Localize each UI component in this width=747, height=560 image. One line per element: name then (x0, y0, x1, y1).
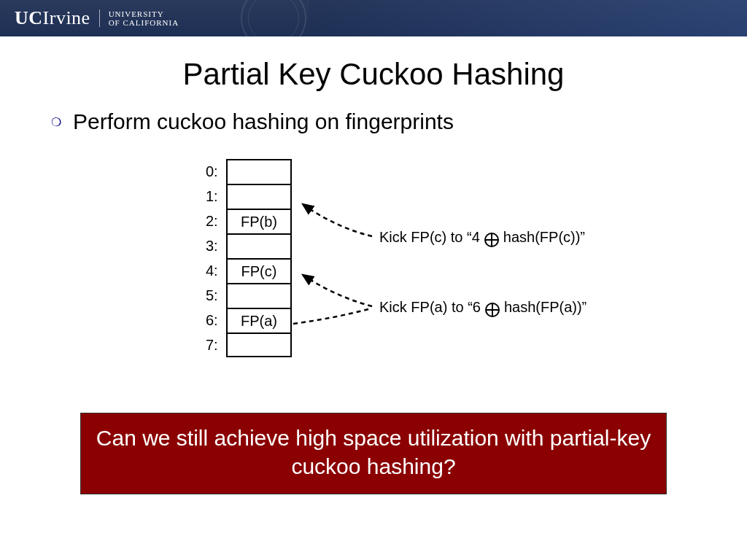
hash-table: 0: 1: 2:FP(b) 3: 4:FP(c) 5: 6:FP(a) 7: (206, 159, 292, 357)
cell (226, 283, 292, 308)
kick-arrows (0, 155, 747, 381)
university-seal-icon (241, 0, 306, 36)
annotation-kick-a: Kick FP(a) to “6 hash(FP(a))” (379, 299, 587, 316)
uni-line-2: OF CALIFORNIA (109, 18, 179, 27)
row-label: 6: (206, 312, 226, 329)
cell: FP(a) (226, 308, 292, 332)
cell (226, 159, 292, 184)
xor-icon (484, 233, 499, 247)
uci-logo: UCIrvine (15, 7, 90, 29)
table-row: 2:FP(b) (206, 209, 292, 233)
row-label: 3: (206, 238, 226, 254)
table-row: 4:FP(c) (206, 258, 292, 283)
header-banner: UCIrvine UNIVERSITY OF CALIFORNIA (0, 0, 747, 36)
annotation-kick-c: Kick FP(c) to “4 hash(FP(c))” (379, 229, 585, 246)
cell: FP(b) (226, 209, 292, 233)
annot-text: hash(FP(a))” (504, 299, 587, 316)
annot-text: hash(FP(c))” (503, 229, 585, 246)
table-row: 7: (206, 332, 292, 357)
xor-icon (485, 303, 500, 317)
bullet-item: ❍ Perform cuckoo hashing on fingerprints (51, 109, 747, 134)
cell (226, 332, 292, 357)
bullet-text: Perform cuckoo hashing on fingerprints (73, 109, 454, 134)
cell (226, 184, 292, 209)
table-row: 5: (206, 283, 292, 308)
annot-text: Kick FP(a) to “6 (379, 299, 481, 316)
cell: FP(c) (226, 258, 292, 283)
row-label: 1: (206, 188, 226, 205)
university-text: UNIVERSITY OF CALIFORNIA (99, 9, 179, 27)
slide-title: Partial Key Cuckoo Hashing (0, 57, 747, 92)
table-row: 1: (206, 184, 292, 209)
row-label: 5: (206, 287, 226, 304)
uni-line-1: UNIVERSITY (109, 9, 179, 18)
diagram: 0: 1: 2:FP(b) 3: 4:FP(c) 5: 6:FP(a) 7: K… (0, 155, 747, 381)
bullet-marker-icon: ❍ (51, 115, 61, 129)
row-label: 2: (206, 213, 226, 230)
row-label: 0: (206, 163, 226, 180)
logo-uc: UC (15, 7, 43, 28)
table-row: 0: (206, 159, 292, 184)
table-row: 3: (206, 233, 292, 258)
logo-irvine: Irvine (43, 7, 90, 28)
question-callout: Can we still achieve high space utilizat… (80, 413, 667, 494)
row-label: 7: (206, 337, 226, 354)
table-row: 6:FP(a) (206, 308, 292, 332)
row-label: 4: (206, 262, 226, 279)
cell (226, 233, 292, 258)
annot-text: Kick FP(c) to “4 (379, 229, 480, 246)
